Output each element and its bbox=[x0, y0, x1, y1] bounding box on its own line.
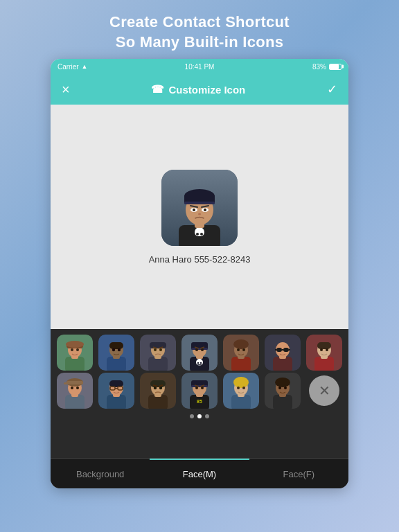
icon-man-tan[interactable] bbox=[222, 335, 261, 371]
promo-line2: So Many Built-in Icons bbox=[116, 33, 284, 51]
svg-rect-37 bbox=[150, 342, 166, 348]
svg-point-112 bbox=[195, 387, 198, 389]
svg-point-38 bbox=[154, 348, 157, 351]
tab-background[interactable]: Background bbox=[51, 459, 150, 488]
svg-point-3 bbox=[196, 233, 199, 236]
icon-man-dark-2[interactable] bbox=[263, 373, 303, 409]
tab-face-m[interactable]: Face(M) bbox=[150, 459, 249, 488]
svg-point-24 bbox=[71, 348, 73, 351]
svg-point-61 bbox=[237, 348, 240, 351]
svg-rect-85 bbox=[64, 382, 69, 384]
svg-text:85: 85 bbox=[197, 399, 202, 404]
dot-3[interactable] bbox=[205, 414, 209, 418]
battery-icon bbox=[329, 64, 342, 70]
svg-point-53 bbox=[201, 348, 204, 351]
svg-point-52 bbox=[195, 348, 198, 351]
svg-point-62 bbox=[242, 348, 245, 351]
svg-rect-70 bbox=[275, 349, 276, 351]
battery-percent: 83% bbox=[312, 63, 326, 71]
svg-point-45 bbox=[197, 362, 200, 364]
icon-man-hat[interactable] bbox=[55, 335, 94, 371]
pagination-dots bbox=[51, 411, 348, 421]
icon-man-beanie-skull[interactable] bbox=[179, 335, 219, 371]
icon-grid: 85 bbox=[51, 329, 348, 411]
close-grid-button[interactable]: ✕ bbox=[305, 373, 344, 409]
close-button[interactable]: × bbox=[62, 82, 70, 98]
svg-point-60 bbox=[233, 339, 249, 349]
svg-point-31 bbox=[112, 348, 115, 351]
svg-point-46 bbox=[200, 362, 202, 364]
svg-point-32 bbox=[118, 348, 121, 351]
svg-point-25 bbox=[76, 348, 79, 351]
svg-rect-5 bbox=[197, 236, 202, 238]
svg-point-120 bbox=[233, 377, 249, 388]
svg-point-86 bbox=[71, 387, 73, 389]
icon-man-sunglasses[interactable] bbox=[263, 335, 303, 371]
icon-man-beanie-2[interactable]: 85 bbox=[179, 373, 219, 409]
avatar-preview bbox=[161, 170, 238, 246]
svg-rect-100 bbox=[150, 380, 166, 387]
svg-point-4 bbox=[200, 233, 203, 236]
bottom-panel: 85 bbox=[51, 329, 348, 488]
nav-title: ☎ Customize Icon bbox=[151, 83, 245, 96]
svg-point-122 bbox=[242, 387, 245, 389]
icon-grid-container: 85 bbox=[51, 329, 348, 458]
dot-1[interactable] bbox=[190, 414, 194, 418]
svg-rect-68 bbox=[283, 348, 289, 352]
svg-point-77 bbox=[320, 348, 323, 351]
icon-man-cap-gray[interactable] bbox=[55, 373, 94, 409]
time-label: 10:41 PM bbox=[185, 63, 215, 71]
tab-face-f[interactable]: Face(F) bbox=[249, 459, 348, 488]
promo-header: Create Contact Shortcut So Many Built-in… bbox=[109, 12, 290, 52]
svg-point-17 bbox=[198, 213, 201, 215]
svg-point-113 bbox=[201, 387, 204, 389]
phone-frame: Carrier ▲ 10:41 PM 83% × ☎ Customize Ico… bbox=[51, 59, 348, 488]
svg-point-87 bbox=[76, 387, 79, 389]
svg-rect-71 bbox=[289, 349, 290, 351]
icon-man-angry[interactable] bbox=[138, 335, 177, 371]
icon-man-dark-blue[interactable] bbox=[96, 335, 136, 371]
svg-rect-95 bbox=[115, 388, 118, 389]
icon-man-red[interactable] bbox=[305, 335, 344, 371]
svg-point-23 bbox=[66, 341, 84, 348]
phone-icon: ☎ bbox=[151, 83, 164, 96]
carrier-label: Carrier bbox=[57, 63, 79, 71]
svg-point-121 bbox=[237, 387, 240, 389]
svg-rect-69 bbox=[282, 349, 283, 351]
svg-rect-67 bbox=[276, 348, 282, 352]
confirm-button[interactable]: ✓ bbox=[327, 82, 337, 97]
svg-point-128 bbox=[278, 387, 281, 389]
icon-man-glasses[interactable] bbox=[96, 373, 136, 409]
icon-man-angry-2[interactable] bbox=[138, 373, 177, 409]
status-bar: Carrier ▲ 10:41 PM 83% bbox=[51, 59, 348, 74]
svg-point-2 bbox=[195, 227, 204, 237]
svg-rect-47 bbox=[197, 364, 202, 366]
bottom-tabs: Background Face(M) Face(F) bbox=[51, 458, 348, 488]
dot-2[interactable] bbox=[197, 414, 202, 418]
svg-point-13 bbox=[193, 209, 195, 211]
svg-point-127 bbox=[275, 378, 290, 387]
promo-line1: Create Contact Shortcut bbox=[109, 13, 290, 30]
main-content: Anna Haro 555-522-8243 bbox=[51, 105, 348, 329]
icon-man-blond[interactable] bbox=[222, 373, 261, 409]
svg-point-78 bbox=[326, 348, 328, 351]
wifi-icon: ▲ bbox=[82, 63, 88, 70]
svg-rect-51 bbox=[191, 348, 208, 350]
svg-point-129 bbox=[284, 387, 287, 389]
svg-point-14 bbox=[204, 209, 206, 211]
nav-bar: × ☎ Customize Icon ✓ bbox=[51, 74, 348, 105]
contact-info: Anna Haro 555-522-8243 bbox=[149, 254, 251, 265]
svg-rect-111 bbox=[191, 385, 208, 387]
svg-rect-30 bbox=[109, 342, 123, 349]
svg-rect-10 bbox=[184, 202, 215, 204]
svg-rect-76 bbox=[317, 342, 331, 349]
svg-point-39 bbox=[159, 348, 162, 351]
